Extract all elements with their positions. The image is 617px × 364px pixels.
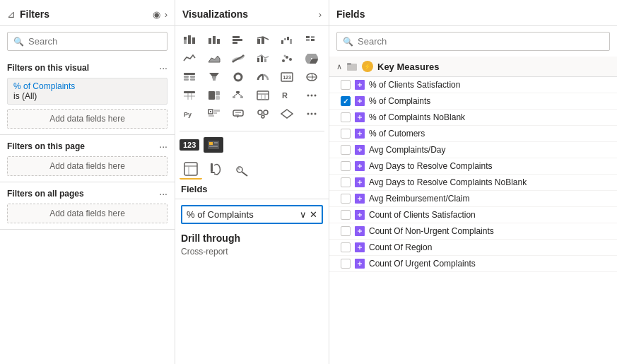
field-item[interactable]: ✓% of Complaints — [329, 93, 617, 110]
field-type-icon — [355, 194, 365, 204]
field-checkbox[interactable] — [341, 145, 351, 155]
viz-icon-donut[interactable] — [228, 69, 248, 86]
viz-icon-more[interactable] — [302, 87, 322, 104]
field-item[interactable]: Avg Reimbursement/Claim — [329, 191, 617, 207]
filters-search-input[interactable] — [28, 36, 161, 47]
svg-rect-17 — [306, 39, 310, 41]
viz-icon-custom[interactable] — [253, 105, 273, 122]
viz-icon-gauge[interactable] — [253, 69, 273, 86]
viz-icon-map[interactable] — [302, 69, 322, 86]
tab-format[interactable] — [205, 160, 228, 180]
field-item[interactable]: Count Of Non-Urgent Complaints — [329, 223, 617, 240]
filters-on-visual-dots[interactable]: ··· — [159, 62, 168, 74]
viz-icon-r-visual[interactable]: R — [277, 87, 297, 104]
field-item[interactable]: Avg Days to Resolve Complaints NoBlank — [329, 175, 617, 191]
fields-group-folder-icon — [346, 61, 358, 72]
svg-point-62 — [310, 95, 312, 97]
eye-icon[interactable]: ◉ — [153, 9, 160, 20]
filters-search-box[interactable]: 🔍 — [7, 32, 168, 51]
viz-icon-matrix[interactable] — [180, 87, 199, 104]
viz-icon-combo[interactable] — [253, 50, 273, 67]
filter-chip-complaints[interactable]: % of Complaints is (All) — [7, 78, 168, 105]
viz-icon-scatter[interactable] — [277, 50, 297, 67]
field-checkbox[interactable] — [341, 80, 351, 90]
viz-icon-qr[interactable] — [204, 105, 224, 122]
filters-on-all-title: Filters on all pages — [7, 189, 84, 199]
field-item[interactable]: Count of Clients Satisfaction — [329, 207, 617, 223]
field-item[interactable]: Avg Days to Resolve Complaints — [329, 158, 617, 175]
add-data-all-btn[interactable]: Add data fields here — [7, 204, 168, 223]
field-checkbox[interactable] — [341, 194, 351, 204]
viz-selected-icon[interactable] — [204, 137, 223, 153]
viz-number-box[interactable]: 123 — [180, 139, 199, 151]
viz-fields-label: Fields — [175, 182, 329, 199]
viz-expand-icon[interactable]: › — [319, 9, 322, 20]
viz-icon-horizontal-bar[interactable] — [228, 32, 248, 49]
tab-fields[interactable] — [180, 160, 202, 180]
viz-icon-table[interactable] — [180, 69, 199, 86]
filters-on-visual-title: Filters on this visual — [7, 63, 89, 73]
collapse-icon[interactable]: › — [165, 9, 168, 20]
field-item[interactable]: % of Complaints NoBlank — [329, 110, 617, 126]
field-label: % of Clients Satisfaction — [369, 80, 460, 90]
field-type-icon — [355, 80, 365, 90]
fields-group-header[interactable]: ∧ ⚡ Key Measures — [329, 57, 617, 77]
svg-point-25 — [289, 58, 292, 61]
svg-rect-85 — [184, 163, 197, 175]
fields-search-input[interactable] — [358, 36, 604, 47]
viz-icon-line[interactable] — [180, 50, 199, 67]
field-checkbox[interactable] — [341, 226, 351, 236]
viz-icon-py[interactable]: Py — [180, 105, 199, 122]
viz-icon-waterfall[interactable] — [277, 32, 297, 49]
field-item[interactable]: % of Clients Satisfaction — [329, 77, 617, 93]
viz-field-close[interactable]: ✕ — [310, 209, 317, 220]
viz-icon-treemap[interactable] — [204, 87, 224, 104]
field-checkbox[interactable] — [341, 242, 351, 252]
svg-rect-20 — [257, 58, 259, 62]
field-checkbox[interactable] — [341, 129, 351, 139]
viz-icon-line-bar[interactable] — [253, 32, 273, 49]
field-type-icon — [355, 145, 365, 155]
field-checkbox[interactable] — [341, 259, 351, 269]
filters-on-all-dots[interactable]: ··· — [159, 188, 168, 199]
fields-title: Fields — [336, 8, 365, 20]
viz-field-chevron[interactable]: ∨ — [300, 209, 307, 220]
svg-line-52 — [234, 93, 238, 96]
viz-icon-pie[interactable] — [302, 50, 322, 67]
viz-icon-diamond[interactable] — [277, 105, 297, 122]
svg-rect-7 — [233, 36, 240, 38]
field-item[interactable]: Avg Complaints/Day — [329, 142, 617, 158]
add-data-visual-btn[interactable]: Add data fields here — [7, 109, 168, 129]
field-item[interactable]: % of Cutomers — [329, 126, 617, 142]
viz-icon-multirow[interactable] — [302, 32, 322, 49]
viz-icon-card[interactable]: 123 — [277, 69, 297, 86]
viz-icon-dots-more[interactable] — [302, 105, 322, 122]
tab-analytics[interactable] — [230, 160, 253, 180]
viz-icon-decomp[interactable] — [228, 87, 248, 104]
add-data-page-btn[interactable]: Add data fields here — [7, 156, 168, 176]
svg-line-53 — [238, 93, 242, 96]
svg-text:R: R — [282, 91, 288, 100]
field-checkbox[interactable] — [341, 112, 351, 122]
field-checkbox[interactable] — [341, 210, 351, 220]
viz-icon-table2[interactable] — [253, 87, 273, 104]
viz-icon-area[interactable] — [204, 50, 224, 67]
viz-icon-speech[interactable] — [228, 105, 248, 122]
viz-icon-ribbon[interactable] — [228, 50, 248, 67]
svg-rect-13 — [284, 38, 286, 40]
field-checkbox[interactable] — [341, 161, 351, 171]
field-checkbox[interactable] — [341, 177, 351, 187]
field-checkbox[interactable]: ✓ — [341, 96, 351, 106]
viz-icon-stacked-bar[interactable] — [180, 32, 199, 49]
viz-field-value-box[interactable]: % of Complaints ∨ ✕ — [181, 205, 323, 224]
field-item[interactable]: Count Of Region — [329, 240, 617, 256]
field-item[interactable]: Count Of Urgent Complaints — [329, 256, 617, 272]
svg-marker-71 — [237, 116, 239, 118]
field-label: Avg Reimbursement/Claim — [369, 194, 470, 204]
svg-rect-3 — [192, 37, 195, 44]
filters-on-page-dots[interactable]: ··· — [159, 141, 168, 152]
viz-icon-funnel[interactable] — [204, 69, 224, 86]
fields-search-box[interactable]: 🔍 — [336, 32, 610, 51]
fields-search-icon: 🔍 — [343, 37, 353, 47]
viz-icon-bar-chart[interactable] — [204, 32, 224, 49]
